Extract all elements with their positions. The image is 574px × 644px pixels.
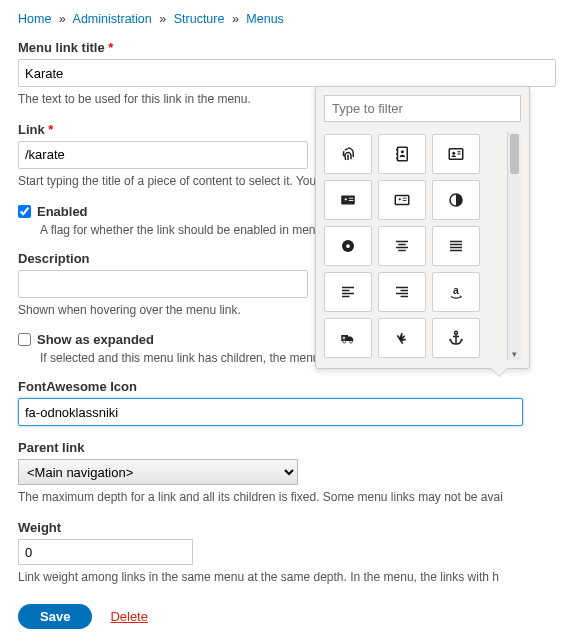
label-menu-link-title: Menu link title * — [18, 40, 556, 55]
svg-rect-0 — [398, 147, 408, 161]
svg-rect-13 — [395, 196, 409, 205]
breadcrumb-home[interactable]: Home — [18, 12, 51, 26]
id-badge-icon[interactable] — [378, 180, 426, 220]
svg-point-1 — [401, 150, 404, 153]
desc-weight: Link weight among links in the same menu… — [18, 569, 556, 586]
label-weight: Weight — [18, 520, 556, 535]
input-fontawesome-icon[interactable] — [18, 398, 523, 426]
checkbox-enabled[interactable] — [18, 205, 31, 218]
breadcrumb-administration[interactable]: Administration — [73, 12, 152, 26]
icon-grid: a — [324, 132, 480, 360]
amazon-icon[interactable]: a — [432, 272, 480, 312]
adjust-icon[interactable] — [432, 180, 480, 220]
svg-point-19 — [346, 244, 350, 248]
svg-rect-5 — [449, 149, 463, 160]
svg-point-14 — [399, 198, 401, 200]
svg-point-10 — [345, 198, 347, 200]
label-enabled: Enabled — [37, 204, 88, 219]
circle-dot-icon[interactable] — [324, 226, 372, 266]
svg-point-38 — [350, 340, 353, 343]
svg-point-41 — [455, 331, 458, 334]
input-description[interactable] — [18, 270, 308, 298]
sign-language-icon[interactable] — [378, 318, 426, 358]
select-parent-link[interactable]: <Main navigation> — [18, 459, 298, 485]
anchor-icon[interactable] — [432, 318, 480, 358]
scrollbar-thumb[interactable] — [510, 134, 519, 174]
delete-link[interactable]: Delete — [110, 609, 148, 624]
align-justify-icon[interactable] — [432, 226, 480, 266]
field-fontawesome-icon: FontAwesome Icon — [18, 379, 556, 426]
svg-rect-15 — [403, 198, 407, 199]
label-parent-link: Parent link — [18, 440, 556, 455]
breadcrumb-menus[interactable]: Menus — [246, 12, 284, 26]
icon-filter-input[interactable] — [324, 95, 521, 122]
input-link[interactable] — [18, 141, 308, 169]
align-center-icon[interactable] — [378, 226, 426, 266]
svg-point-6 — [452, 152, 455, 155]
svg-point-37 — [343, 340, 346, 343]
desc-parent-link: The maximum depth for a link and all its… — [18, 489, 556, 506]
breadcrumb: Home » Administration » Structure » Menu… — [18, 12, 556, 26]
save-button[interactable]: Save — [18, 604, 92, 629]
fingerprint-icon[interactable] — [324, 134, 372, 174]
checkbox-expanded[interactable] — [18, 333, 31, 346]
align-left-icon[interactable] — [324, 272, 372, 312]
label-expanded: Show as expanded — [37, 332, 154, 347]
ambulance-icon[interactable] — [324, 318, 372, 358]
popup-pointer — [491, 368, 507, 376]
icon-picker-popup: a ▾ — [315, 86, 530, 369]
breadcrumb-structure[interactable]: Structure — [174, 12, 225, 26]
svg-rect-40 — [342, 338, 345, 339]
label-fontawesome-icon: FontAwesome Icon — [18, 379, 556, 394]
input-menu-link-title[interactable] — [18, 59, 556, 87]
address-card-icon[interactable] — [432, 134, 480, 174]
id-card-icon[interactable] — [324, 180, 372, 220]
svg-rect-11 — [349, 198, 354, 199]
input-weight[interactable] — [18, 539, 193, 565]
scrollbar-down-arrow[interactable]: ▾ — [508, 349, 521, 359]
svg-rect-12 — [349, 200, 354, 201]
svg-rect-16 — [403, 200, 407, 201]
svg-text:a: a — [453, 284, 459, 296]
icon-picker-scrollbar[interactable]: ▾ — [507, 132, 521, 360]
address-book-icon[interactable] — [378, 134, 426, 174]
field-parent-link: Parent link <Main navigation> The maximu… — [18, 440, 556, 506]
align-right-icon[interactable] — [378, 272, 426, 312]
field-weight: Weight Link weight among links in the sa… — [18, 520, 556, 586]
form-actions: Save Delete — [18, 604, 556, 629]
